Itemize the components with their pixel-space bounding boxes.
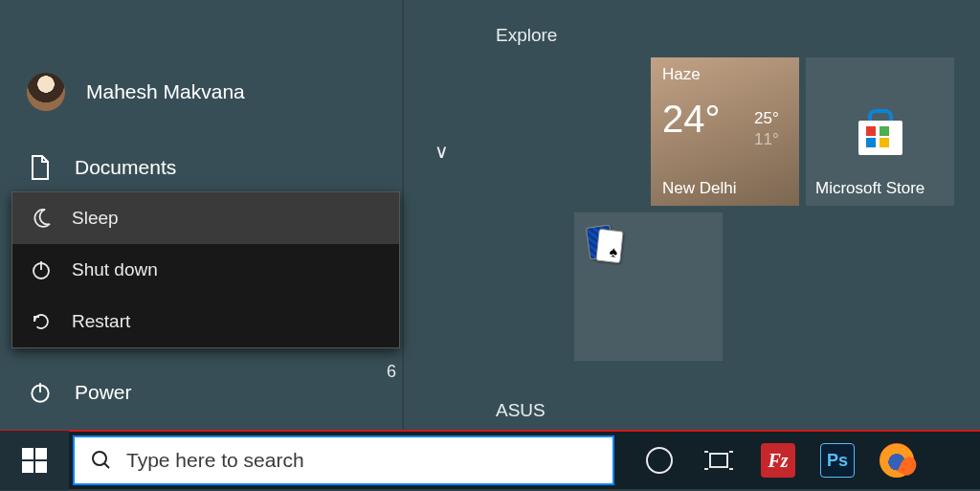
svg-line-9 [104,463,109,468]
power-icon [28,258,55,281]
weather-condition: Haze [662,65,701,84]
restart-icon [28,310,55,333]
sleep-label: Sleep [72,208,119,229]
cortana-icon [646,447,673,474]
documents-button[interactable]: Documents [0,144,402,191]
photoshop-icon: Ps [820,443,855,478]
user-account-button[interactable]: Mahesh Makvana [0,63,402,121]
group-header-asus[interactable]: ASUS [496,400,546,421]
moon-icon [28,207,55,230]
sleep-item[interactable]: Sleep [12,192,399,244]
documents-label: Documents [75,156,176,179]
store-bag-icon [855,109,906,155]
solitaire-tile[interactable] [574,212,723,361]
start-menu: Mahesh Makvana Documents Sleep [0,0,980,430]
group-header-explore[interactable]: Explore [496,25,557,46]
cards-icon [588,226,626,264]
power-button[interactable]: Power [0,366,402,419]
cortana-button[interactable] [630,431,689,490]
search-icon [90,449,113,472]
task-view-button[interactable] [689,431,748,490]
svg-rect-5 [35,448,47,459]
shutdown-item[interactable]: Shut down [12,244,399,296]
windows-logo-icon [22,448,47,473]
document-icon [27,154,54,181]
firefox-icon [880,443,914,478]
power-context-menu: Sleep Shut down Restart [11,191,400,348]
taskbar: Type here to search Fz Ps [0,430,980,489]
search-placeholder: Type here to search [126,449,304,472]
weather-city: New Delhi [662,179,736,198]
microsoft-store-tile[interactable]: Microsoft Store [806,57,954,206]
restart-label: Restart [72,311,130,332]
weather-low: 11° [754,130,779,149]
svg-point-8 [93,452,106,465]
store-label: Microsoft Store [815,179,924,198]
start-divider [402,0,404,430]
filezilla-taskbar-button[interactable]: Fz [748,431,808,490]
svg-rect-10 [710,454,727,467]
start-sidebar: Mahesh Makvana Documents Sleep [0,0,402,430]
svg-rect-4 [22,448,33,459]
photoshop-taskbar-button[interactable]: Ps [808,431,867,490]
task-view-icon [704,448,733,473]
avatar [27,73,65,111]
search-input[interactable]: Type here to search [73,435,614,485]
svg-rect-7 [35,461,47,473]
power-icon [27,380,54,405]
start-button[interactable] [0,431,69,490]
weather-tile[interactable]: Haze 24° 25° 11° New Delhi [651,57,799,206]
power-label: Power [75,381,132,404]
restart-item[interactable]: Restart [12,296,399,347]
svg-rect-6 [22,461,33,473]
filezilla-icon: Fz [761,443,795,478]
chevron-down-icon[interactable]: ∨ [434,140,449,163]
weather-temp: 24° [662,98,721,141]
firefox-taskbar-button[interactable] [867,431,926,490]
shutdown-label: Shut down [72,259,158,280]
user-name: Mahesh Makvana [86,80,245,103]
weather-high: 25° [754,109,779,128]
